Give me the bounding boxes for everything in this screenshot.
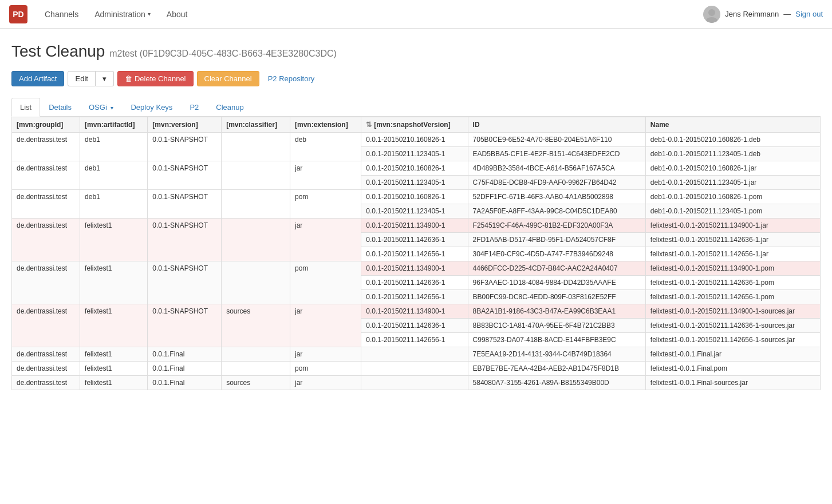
cell-snapshot-version: 0.0.1-20150211.134900-1: [361, 261, 468, 276]
tab-details[interactable]: Details: [40, 98, 80, 117]
cell-name: felixtest1-0.0.1-20150211.142636-1.jar: [645, 233, 820, 247]
cell-classifier: [222, 347, 290, 362]
cell-name: felixtest1-0.0.1-20150211.142656-1-sourc…: [645, 333, 820, 347]
cell-group-id: de.dentrassi.test: [12, 376, 80, 390]
cell-extension: pom: [290, 362, 361, 376]
svg-point-1: [706, 17, 717, 23]
nav-links: Channels Administration ▾ About: [37, 0, 703, 29]
cell-name: felixtest1-0.0.1-20150211.134900-1.pom: [645, 261, 820, 276]
cell-name: deb1-0.0.1-20150211.123405-1.deb: [645, 147, 820, 161]
cell-artifact-id: felixtest1: [80, 304, 148, 347]
administration-link[interactable]: Administration ▾: [86, 0, 159, 29]
cell-id: BB00FC99-DC8C-4EDD-809F-03F8162E52FF: [468, 290, 645, 304]
cell-snapshot-version: [361, 376, 468, 390]
navbar-right: Jens Reimmann — Sign out: [703, 6, 823, 23]
cell-snapshot-version: [361, 362, 468, 376]
cell-name: felixtest1-0.0.1.Final-sources.jar: [645, 376, 820, 390]
th-name: Name: [645, 117, 820, 133]
about-link[interactable]: About: [159, 0, 196, 29]
th-group-id: [mvn:groupId]: [12, 117, 80, 133]
cell-snapshot-version: 0.0.1-20150211.123405-1: [361, 204, 468, 219]
cell-id: 705B0CE9-6E52-4A70-8EB0-204E51A6F110: [468, 133, 645, 147]
cell-extension: pom: [290, 190, 361, 219]
edit-dropdown-button[interactable]: ▾: [96, 71, 114, 86]
cell-snapshot-version: 0.0.1-20150211.123405-1: [361, 147, 468, 161]
cell-classifier: sources: [222, 304, 290, 347]
cell-snapshot-version: 0.0.1-20150211.123405-1: [361, 176, 468, 190]
th-snapshot-version[interactable]: ⇅[mvn:snapshotVersion]: [361, 117, 468, 133]
osgi-caret: ▾: [111, 105, 113, 111]
cell-extension: deb: [290, 133, 361, 161]
cell-classifier: [222, 133, 290, 161]
tab-deploy-keys[interactable]: Deploy Keys: [122, 98, 181, 117]
artifact-table-wrap: [mvn:groupId] [mvn:artifactId] [mvn:vers…: [11, 117, 821, 390]
delete-channel-button[interactable]: 🗑 Delete Channel: [117, 71, 194, 86]
tab-list[interactable]: List: [11, 98, 40, 117]
cell-name: felixtest1-0.0.1-20150211.134900-1.jar: [645, 219, 820, 233]
p2-repository-link[interactable]: P2 Repository: [263, 71, 320, 86]
cell-snapshot-version: 0.0.1-20150211.142656-1: [361, 290, 468, 304]
cell-group-id: de.dentrassi.test: [12, 304, 80, 347]
cell-snapshot-version: 0.0.1-20150211.134900-1: [361, 219, 468, 233]
page-title: Test Cleanup m2test (0F1D9C3D-405C-483C-…: [11, 42, 821, 61]
clear-channel-button[interactable]: Clear Channel: [197, 71, 259, 86]
cell-artifact-id: felixtest1: [80, 219, 148, 261]
cell-id: 4D489BB2-3584-4BCE-A614-B56AF167A5CA: [468, 161, 645, 176]
cell-id: 304F14E0-CF9C-4D5D-A747-F7B3946D9248: [468, 247, 645, 261]
avatar: [703, 6, 720, 23]
cell-id: C9987523-DA07-418B-8ACD-E144FBFB3E9C: [468, 333, 645, 347]
cell-id: 52DFF1FC-671B-46F3-AAB0-4A1AB5002898: [468, 190, 645, 204]
cell-id: 7E5EAA19-2D14-4131-9344-C4B749D18364: [468, 347, 645, 362]
cell-version: 0.0.1-SNAPSHOT: [148, 133, 222, 161]
cell-name: felixtest1-0.0.1.Final.pom: [645, 362, 820, 376]
cell-id: 584080A7-3155-4261-A89A-B8155349B00D: [468, 376, 645, 390]
cell-version: 0.0.1-SNAPSHOT: [148, 261, 222, 304]
cell-snapshot-version: 0.0.1-20150210.160826-1: [361, 133, 468, 147]
th-version: [mvn:version]: [148, 117, 222, 133]
cell-version: 0.0.1.Final: [148, 362, 222, 376]
cell-classifier: [222, 261, 290, 304]
toolbar: Add Artifact Edit ▾ 🗑 Delete Channel Cle…: [11, 71, 821, 86]
add-artifact-button[interactable]: Add Artifact: [11, 71, 64, 86]
cell-id: 7A2A5F0E-A8FF-43AA-99C8-C04D5C1DEA80: [468, 204, 645, 219]
navbar-username: Jens Reimmann: [725, 10, 779, 18]
cell-snapshot-version: 0.0.1-20150211.142656-1: [361, 333, 468, 347]
navbar: PD Channels Administration ▾ About Jens …: [0, 0, 832, 29]
cell-id: 2FD1A5AB-D517-4FBD-95F1-DA524057CF8F: [468, 233, 645, 247]
th-artifact-id: [mvn:artifactId]: [80, 117, 148, 133]
cell-name: felixtest1-0.0.1-20150211.142636-1.pom: [645, 276, 820, 290]
cell-classifier: sources: [222, 376, 290, 390]
cell-name: felixtest1-0.0.1-20150211.142656-1.jar: [645, 247, 820, 261]
cell-name: felixtest1-0.0.1-20150211.142636-1-sourc…: [645, 319, 820, 333]
edit-button[interactable]: Edit: [68, 71, 95, 86]
tabs: List Details OSGi ▾ Deploy Keys P2 Clean…: [11, 98, 821, 117]
th-id: ID: [468, 117, 645, 133]
cell-version: 0.0.1.Final: [148, 376, 222, 390]
cell-id: 8B83BC1C-1A81-470A-95EE-6F4B721C2BB3: [468, 319, 645, 333]
cell-name: deb1-0.0.1-20150210.160826-1.pom: [645, 190, 820, 204]
page-content: Test Cleanup m2test (0F1D9C3D-405C-483C-…: [0, 29, 832, 390]
sort-icon: ⇅: [366, 121, 372, 129]
cell-extension: jar: [290, 376, 361, 390]
cell-artifact-id: deb1: [80, 133, 148, 161]
trash-icon: 🗑: [125, 74, 132, 83]
cell-group-id: de.dentrassi.test: [12, 261, 80, 304]
tab-cleanup[interactable]: Cleanup: [207, 98, 252, 117]
edit-group: Edit ▾: [68, 71, 113, 86]
artifact-table: [mvn:groupId] [mvn:artifactId] [mvn:vers…: [11, 117, 821, 390]
cell-artifact-id: felixtest1: [80, 376, 148, 390]
cell-classifier: [222, 161, 290, 190]
cell-id: EAD5BBA5-CF1E-4E2F-B151-4C643EDFE2CD: [468, 147, 645, 161]
cell-id: C75F4D8E-DCB8-4FD9-AAF0-9962F7B64D42: [468, 176, 645, 190]
page-subtitle: m2test (0F1D9C3D-405C-483C-B663-4E3E3280…: [109, 49, 337, 58]
cell-version: 0.0.1.Final: [148, 347, 222, 362]
channels-link[interactable]: Channels: [37, 0, 86, 29]
sign-out-link[interactable]: Sign out: [795, 10, 823, 18]
th-classifier: [mvn:classifier]: [222, 117, 290, 133]
tab-p2[interactable]: P2: [181, 98, 207, 117]
cell-artifact-id: felixtest1: [80, 362, 148, 376]
cell-name: deb1-0.0.1-20150211.123405-1.pom: [645, 204, 820, 219]
cell-group-id: de.dentrassi.test: [12, 347, 80, 362]
tab-osgi[interactable]: OSGi ▾: [80, 98, 122, 117]
cell-extension: pom: [290, 261, 361, 304]
